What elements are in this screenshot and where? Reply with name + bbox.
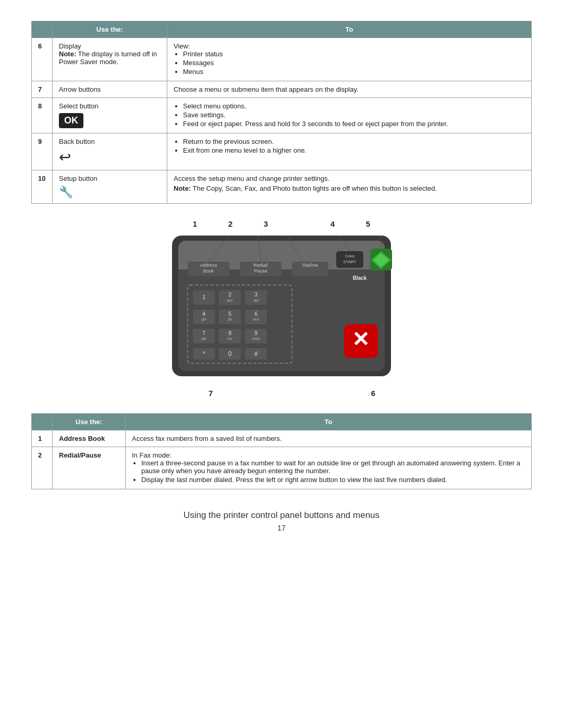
svg-text:Address: Address <box>200 263 217 268</box>
svg-text:pqr: pqr <box>201 337 207 341</box>
label-2: 2 <box>228 219 232 228</box>
table-row-use: Address Book <box>53 430 126 447</box>
top-table-to-header: To <box>167 21 532 38</box>
footer: Using the printer control panel buttons … <box>31 510 532 532</box>
label-6: 6 <box>371 389 375 398</box>
svg-text:def: def <box>253 299 259 302</box>
table-row-use: Setup button🔧 <box>53 170 167 204</box>
table-row-to: Choose a menu or submenu item that appea… <box>167 81 532 98</box>
table-row-use: Back button↩ <box>53 133 167 170</box>
table-row-num: 8 <box>32 98 53 133</box>
table-row-to: Select menu options.Save settings.Feed o… <box>167 98 532 133</box>
svg-text:*: * <box>203 350 205 357</box>
svg-text:Color: Color <box>345 254 354 258</box>
printer-panel-svg: Address Book Redial/ Pause Dial/me Color… <box>156 230 407 387</box>
label-3: 3 <box>264 219 268 228</box>
footer-title: Using the printer control panel buttons … <box>31 510 532 521</box>
bottom-table-use-header: Use the: <box>53 414 126 430</box>
table-row-num: 6 <box>32 38 53 81</box>
svg-text:1: 1 <box>202 294 205 300</box>
svg-text:2: 2 <box>228 291 231 298</box>
top-table: Use the: To 6DisplayNote: The display is… <box>31 21 532 204</box>
svg-text:6: 6 <box>254 311 258 317</box>
label-4: 4 <box>331 219 335 228</box>
svg-text:9: 9 <box>254 330 258 336</box>
svg-text:5: 5 <box>228 311 231 317</box>
bottom-table-to-header: To <box>126 414 532 430</box>
svg-text:3: 3 <box>254 291 258 298</box>
svg-text:wxyz: wxyz <box>251 337 260 341</box>
top-table-use-header: Use the: <box>53 21 167 38</box>
svg-text:START: START <box>343 260 357 264</box>
printer-diagram-section: 1 2 3 4 5 Address Book Redial/ Pause Dia… <box>31 219 532 398</box>
label-5: 5 <box>366 219 370 228</box>
table-row-num: 7 <box>32 81 53 98</box>
diagram-labels-bottom: 7 6 <box>156 389 407 398</box>
setup-icon: 🔧 <box>59 186 73 199</box>
table-row-to: In Fax mode:Insert a three-second pause … <box>126 447 532 489</box>
table-row-use: DisplayNote: The display is turned off i… <box>53 38 167 81</box>
svg-text:Pause: Pause <box>254 268 267 274</box>
diagram-labels-top: 1 2 3 4 5 <box>156 219 407 228</box>
table-row-to: Access the setup menu and change printer… <box>167 170 532 204</box>
footer-page: 17 <box>31 524 532 532</box>
table-row-num: 9 <box>32 133 53 170</box>
top-table-num-header <box>32 21 53 38</box>
table-row-num: 2 <box>32 447 53 489</box>
svg-text:4: 4 <box>202 311 205 317</box>
table-row-use: Redial/Pause <box>53 447 126 489</box>
ok-icon: OK <box>59 113 83 128</box>
svg-text:0: 0 <box>228 350 232 357</box>
svg-text:7: 7 <box>202 330 205 336</box>
svg-text:Book: Book <box>203 268 214 274</box>
svg-text:Dial/me: Dial/me <box>302 263 319 268</box>
table-row-use: Arrow buttons <box>53 81 167 98</box>
table-row-use: Select buttonOK <box>53 98 167 133</box>
svg-text:ghi: ghi <box>201 317 206 322</box>
label-1: 1 <box>193 219 197 228</box>
table-row-num: 10 <box>32 170 53 204</box>
svg-text:tuv: tuv <box>227 337 232 340</box>
table-row-num: 1 <box>32 430 53 447</box>
svg-text:mno: mno <box>252 317 260 321</box>
bottom-table-num-header <box>32 414 53 430</box>
svg-text:Black: Black <box>353 275 367 281</box>
table-row-to: View:Printer statusMessagesMenus <box>167 38 532 81</box>
svg-text:8: 8 <box>228 330 231 336</box>
svg-text:jkl: jkl <box>228 317 232 322</box>
back-icon: ↩ <box>59 149 71 166</box>
table-row-to: Access fax numbers from a saved list of … <box>126 430 532 447</box>
table-row-to: Return to the previous screen.Exit from … <box>167 133 532 170</box>
bottom-table: Use the: To 1Address BookAccess fax numb… <box>31 413 532 489</box>
svg-text:#: # <box>254 350 258 357</box>
svg-text:abc: abc <box>227 299 233 302</box>
svg-text:✕: ✕ <box>352 328 370 351</box>
label-7: 7 <box>209 389 213 398</box>
svg-text:Redial/: Redial/ <box>253 263 268 268</box>
